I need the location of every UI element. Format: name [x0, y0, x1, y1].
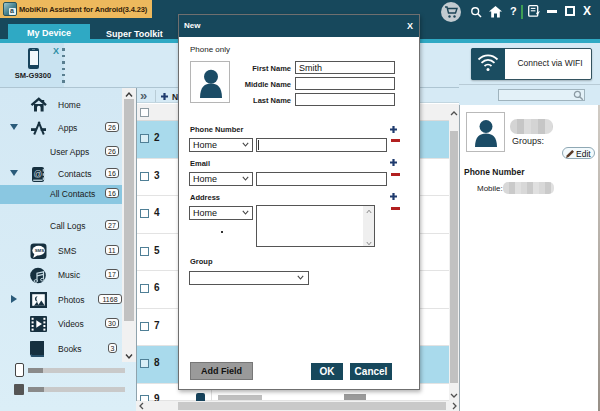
svg-text:SMS: SMS: [35, 248, 44, 253]
svg-text:@: @: [34, 169, 43, 179]
